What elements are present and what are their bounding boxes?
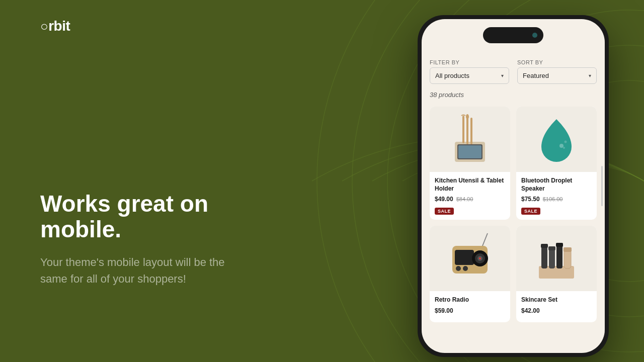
svg-line-25 [482, 233, 488, 246]
sort-value: Featured [523, 72, 549, 79]
logo-text: ○rbit [40, 18, 70, 34]
current-price: $75.50 [521, 196, 540, 203]
svg-rect-33 [564, 250, 571, 268]
products-count: 38 products [430, 91, 597, 99]
svg-point-15 [565, 141, 567, 143]
product-name: Skincare Set [521, 296, 592, 304]
svg-point-23 [456, 266, 461, 271]
sort-label: SORT BY [517, 59, 597, 65]
product-pricing: $49.00 $84.00 [435, 196, 505, 203]
product-image [516, 226, 597, 291]
sale-badge: SALE [521, 208, 540, 215]
svg-point-11 [466, 114, 469, 119]
original-price: $84.00 [456, 196, 473, 202]
svg-point-22 [479, 257, 481, 259]
product-info: Bluetooth Droplet Speaker $75.50 $106.00… [516, 172, 597, 220]
svg-rect-13 [462, 116, 464, 143]
svg-rect-12 [470, 118, 472, 144]
svg-rect-34 [564, 247, 572, 252]
svg-rect-18 [455, 250, 474, 265]
svg-point-24 [463, 266, 468, 271]
left-content: Works great on mobile. Your theme's mobi… [40, 191, 252, 287]
svg-point-14 [559, 144, 564, 148]
dynamic-island [483, 27, 543, 43]
current-price: $49.00 [435, 196, 453, 203]
sort-select[interactable]: Featured ▾ [517, 67, 597, 84]
filter-select[interactable]: All products ▾ [430, 67, 509, 84]
product-name: Retro Radio [435, 296, 505, 304]
logo-icon: ○ [40, 19, 48, 34]
svg-rect-9 [458, 145, 481, 158]
camera-dot [532, 33, 537, 38]
product-card[interactable]: Bluetooth Droplet Speaker $75.50 $106.00… [516, 107, 597, 220]
product-image [516, 107, 597, 172]
sale-badge: SALE [435, 208, 454, 215]
product-info: Skincare Set $42.00 [516, 291, 597, 322]
product-card[interactable]: Skincare Set $42.00 [516, 226, 597, 322]
phone-inner: FILTER BY All products ▾ SORT BY Feature… [422, 19, 605, 353]
headline: Works great on mobile. [40, 191, 252, 242]
svg-point-16 [563, 147, 565, 149]
svg-rect-27 [541, 246, 547, 268]
product-image [430, 107, 510, 172]
product-name: Kitchen Utensil & Tablet Holder [435, 177, 505, 193]
logo: ○rbit [40, 18, 70, 34]
original-price: $106.00 [543, 196, 563, 202]
product-card[interactable]: Retro Radio $59.00 [430, 226, 510, 322]
subtext: Your theme's mobile layout will be the s… [40, 254, 252, 287]
current-price: $42.00 [521, 307, 540, 314]
phone-outer: FILTER BY All products ▾ SORT BY Feature… [418, 15, 609, 357]
product-pricing: $42.00 [521, 307, 592, 314]
filter-sort-row: FILTER BY All products ▾ SORT BY Feature… [430, 59, 597, 84]
scrollbar [601, 166, 603, 206]
phone-content: FILTER BY All products ▾ SORT BY Feature… [422, 51, 605, 353]
filter-group: FILTER BY All products ▾ [430, 59, 509, 84]
product-pricing: $75.50 $106.00 [521, 196, 592, 203]
products-grid: Kitchen Utensil & Tablet Holder $49.00 $… [430, 107, 597, 322]
product-pricing: $59.00 [435, 307, 505, 314]
sort-group: SORT BY Featured ▾ [517, 59, 597, 84]
product-card[interactable]: Kitchen Utensil & Tablet Holder $49.00 $… [430, 107, 510, 220]
chevron-down-icon: ▾ [501, 73, 504, 78]
svg-rect-10 [466, 117, 468, 144]
product-image [430, 226, 510, 291]
svg-rect-28 [541, 244, 548, 248]
svg-rect-29 [549, 248, 555, 268]
chevron-down-icon: ▾ [589, 73, 591, 78]
svg-rect-30 [548, 246, 555, 250]
filter-label: FILTER BY [430, 59, 509, 65]
product-name: Bluetooth Droplet Speaker [521, 177, 592, 193]
product-info: Kitchen Utensil & Tablet Holder $49.00 $… [430, 172, 510, 220]
svg-rect-32 [556, 243, 563, 247]
svg-rect-31 [556, 245, 562, 268]
current-price: $59.00 [435, 307, 453, 314]
filter-value: All products [435, 72, 469, 79]
product-info: Retro Radio $59.00 [430, 291, 510, 322]
phone-mockup: FILTER BY All products ▾ SORT BY Feature… [418, 15, 609, 357]
